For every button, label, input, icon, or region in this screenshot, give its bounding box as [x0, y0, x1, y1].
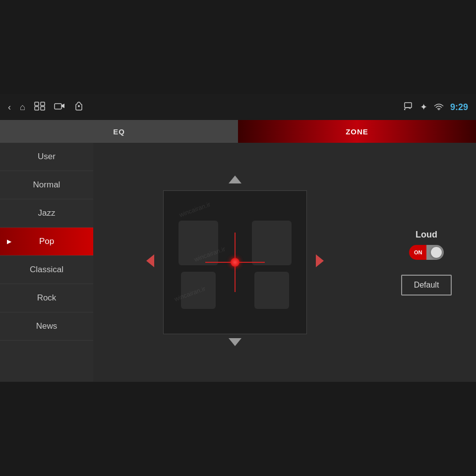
sidebar-item-jazz[interactable]: Jazz: [0, 199, 93, 228]
sidebar-item-rock[interactable]: Rock: [0, 284, 93, 312]
svg-marker-5: [61, 104, 64, 108]
back-icon[interactable]: ‹: [8, 102, 11, 113]
wifi-icon: [433, 102, 444, 112]
top-bar: ‹ ⌂: [0, 94, 476, 120]
main-content: User Normal Jazz Pop Classical Rock News: [0, 143, 476, 382]
svg-rect-0: [35, 102, 39, 106]
seat-front-right: [252, 221, 292, 265]
crosshair-dot: [231, 258, 239, 267]
tabs-bar: EQ ZONE: [0, 120, 476, 143]
bluetooth-icon: ✦: [420, 102, 427, 113]
zone-up-arrow[interactable]: [228, 175, 242, 187]
svg-marker-12: [316, 254, 324, 267]
home-icon[interactable]: ⌂: [20, 102, 25, 113]
windows-icon[interactable]: [34, 102, 45, 113]
toggle-knob: [431, 247, 442, 258]
zone-right-arrow[interactable]: [315, 253, 325, 272]
bag-icon[interactable]: [74, 101, 84, 114]
seat-rear-left: [181, 272, 216, 309]
clock: 9:29: [450, 102, 468, 113]
tab-zone[interactable]: ZONE: [238, 120, 476, 143]
seat-front-left: [178, 221, 218, 265]
svg-marker-11: [146, 254, 154, 267]
seat-rear-right: [254, 272, 289, 309]
svg-point-8: [404, 109, 406, 111]
sidebar-item-classical[interactable]: Classical: [0, 256, 93, 284]
tab-eq[interactable]: EQ: [0, 120, 238, 143]
svg-point-9: [438, 109, 439, 110]
zone-left-arrow[interactable]: [145, 253, 155, 272]
car-interior: wincairan.ir wincairan.ir wincairan.ir: [164, 191, 306, 334]
svg-rect-1: [41, 102, 45, 106]
svg-rect-4: [55, 104, 61, 109]
zone-center-area: wincairan.ir wincairan.ir wincairan.ir: [93, 143, 377, 382]
svg-rect-7: [405, 103, 412, 108]
screen: ‹ ⌂: [0, 94, 476, 382]
sidebar-item-user[interactable]: User: [0, 143, 93, 171]
sidebar: User Normal Jazz Pop Classical Rock News: [0, 143, 93, 382]
default-button[interactable]: Default: [401, 275, 452, 296]
svg-marker-10: [229, 176, 241, 183]
loud-section: Loud ON: [409, 230, 444, 260]
loud-toggle[interactable]: ON: [409, 245, 444, 260]
svg-rect-3: [41, 107, 45, 110]
sidebar-item-pop[interactable]: Pop: [0, 228, 93, 256]
sidebar-item-news[interactable]: News: [0, 312, 93, 341]
svg-marker-13: [229, 338, 241, 346]
cast-icon: [404, 102, 414, 112]
status-icons: ✦ 9:29: [404, 102, 468, 113]
car-view-row: wincairan.ir wincairan.ir wincairan.ir: [145, 190, 325, 334]
watermark-1: wincairan.ir: [178, 200, 211, 219]
zone-down-arrow[interactable]: [228, 337, 242, 350]
svg-point-6: [78, 105, 80, 107]
car-view-box[interactable]: wincairan.ir wincairan.ir wincairan.ir: [163, 190, 307, 334]
svg-rect-2: [35, 107, 39, 110]
right-panel: Loud ON Default: [377, 143, 476, 382]
camera-icon[interactable]: [54, 102, 65, 113]
sidebar-item-normal[interactable]: Normal: [0, 171, 93, 199]
toggle-on-label: ON: [414, 249, 422, 255]
loud-label: Loud: [416, 230, 437, 240]
